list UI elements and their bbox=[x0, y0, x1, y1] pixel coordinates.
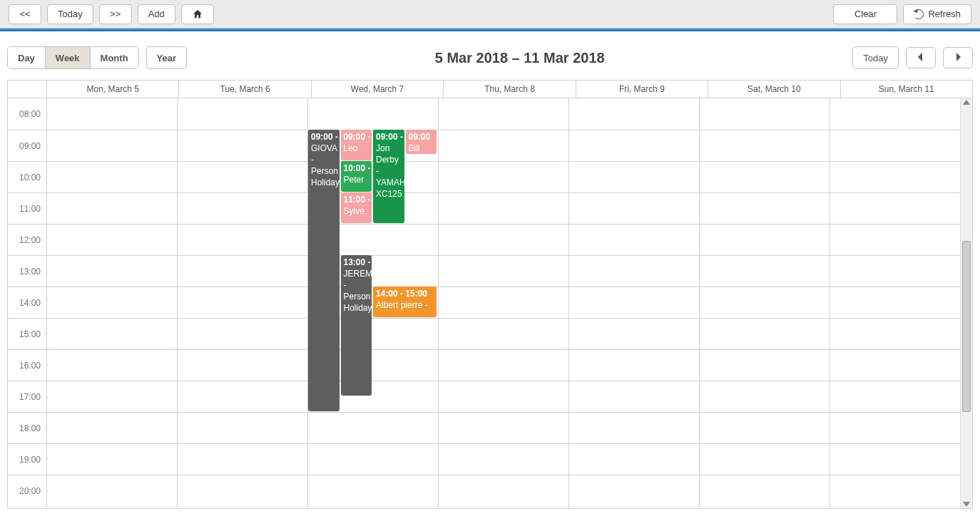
prev-period-button[interactable]: << bbox=[9, 4, 41, 24]
event-title: Peter bbox=[344, 174, 369, 185]
calendar-event[interactable]: 14:00 - 15:00Albert pierre - bbox=[373, 287, 437, 317]
home-icon bbox=[192, 9, 203, 20]
calendar-event[interactable]: 13:00 -JEREM - Person Holiday bbox=[341, 255, 372, 396]
hour-label: 10:00 bbox=[8, 161, 46, 192]
day-header[interactable]: Sat, March 10 bbox=[708, 81, 840, 98]
scroll-thumb[interactable] bbox=[962, 241, 971, 412]
day-column[interactable] bbox=[178, 98, 308, 508]
date-range-title: 5 Mar 2018 – 11 Mar 2018 bbox=[187, 50, 852, 66]
event-title: Bill bbox=[409, 143, 434, 154]
hour-label: 14:00 bbox=[8, 287, 46, 318]
calendar-grid: Mon, March 5Tue, March 6Wed, March 7Thu,… bbox=[7, 80, 973, 509]
calendar-event[interactable]: 09:00 -GIOVA - Person Holiday bbox=[308, 130, 340, 411]
event-title: JEREM - Person Holiday bbox=[344, 268, 369, 314]
clear-button[interactable]: Clear bbox=[833, 4, 897, 24]
hour-label: 17:00 bbox=[8, 381, 46, 412]
day-column[interactable]: 09:00 -GIOVA - Person Holiday09:00 -Leo1… bbox=[308, 98, 439, 508]
days-grid: 09:00 -GIOVA - Person Holiday09:00 -Leo1… bbox=[47, 98, 960, 508]
event-title: Albert pierre - bbox=[376, 299, 434, 311]
cal-today-group: Today bbox=[852, 46, 899, 69]
home-button[interactable] bbox=[181, 4, 214, 24]
day-column[interactable] bbox=[830, 98, 960, 508]
hour-label: 08:00 bbox=[8, 98, 46, 130]
view-month[interactable]: Month bbox=[91, 47, 138, 68]
day-header[interactable]: Fri, March 9 bbox=[576, 81, 708, 98]
time-gutter-head bbox=[8, 81, 47, 98]
event-title: Leo bbox=[344, 143, 369, 154]
calendar-header: Day Week Month Year 5 Mar 2018 – 11 Mar … bbox=[7, 41, 973, 74]
hour-label: 16:00 bbox=[8, 349, 46, 381]
event-time: 09:00 - bbox=[311, 131, 337, 143]
add-button[interactable]: Add bbox=[138, 4, 175, 24]
hour-label: 15:00 bbox=[8, 318, 46, 349]
cal-today-button[interactable]: Today bbox=[853, 47, 898, 68]
hour-label: 12:00 bbox=[8, 224, 46, 255]
view-year-group: Year bbox=[146, 46, 187, 69]
day-header[interactable]: Tue, March 6 bbox=[179, 81, 311, 98]
calendar-body: 08:0009:0010:0011:0012:0013:0014:0015:00… bbox=[8, 98, 972, 508]
calendar-event[interactable]: 10:00 -Peter bbox=[341, 161, 372, 192]
hour-label: 13:00 bbox=[8, 255, 46, 287]
hour-label: 11:00 bbox=[8, 192, 46, 224]
next-period-button[interactable]: >> bbox=[99, 4, 132, 24]
time-gutter: 08:0009:0010:0011:0012:0013:0014:0015:00… bbox=[8, 98, 47, 508]
chevron-right-icon bbox=[954, 53, 961, 63]
event-time: 09:00 - bbox=[344, 131, 369, 143]
day-column[interactable] bbox=[700, 98, 830, 508]
event-title: Jon Derby - YAMAH XC125 bbox=[376, 143, 402, 200]
chevron-left-icon bbox=[917, 53, 924, 63]
refresh-label: Refresh bbox=[928, 9, 961, 19]
calendar-event[interactable]: 09:00Bill bbox=[406, 130, 437, 154]
event-time: 09:00 - bbox=[376, 131, 402, 143]
event-title: GIOVA - Person Holiday bbox=[311, 143, 337, 188]
day-header-row: Mon, March 5Tue, March 6Wed, March 7Thu,… bbox=[8, 81, 972, 98]
cal-prev-button[interactable] bbox=[906, 47, 936, 68]
event-time: 14:00 - 15:00 bbox=[376, 288, 434, 299]
event-time: 11:00 - bbox=[344, 194, 369, 205]
today-button[interactable]: Today bbox=[47, 4, 93, 24]
calendar-event[interactable]: 09:00 -Leo bbox=[341, 130, 372, 160]
hour-label: 18:00 bbox=[8, 412, 46, 443]
view-year[interactable]: Year bbox=[147, 47, 186, 68]
day-header[interactable]: Sun, March 11 bbox=[841, 81, 972, 98]
event-title: Sylve bbox=[344, 205, 369, 217]
vertical-scrollbar[interactable] bbox=[960, 98, 972, 508]
day-column[interactable] bbox=[47, 98, 178, 508]
view-day[interactable]: Day bbox=[8, 47, 46, 68]
day-header[interactable]: Thu, March 8 bbox=[444, 81, 576, 98]
refresh-button[interactable]: Refresh bbox=[903, 4, 971, 24]
calendar-event[interactable]: 11:00 -Sylve bbox=[341, 192, 372, 223]
hour-label: 20:00 bbox=[8, 475, 46, 506]
main-toolbar: << Today >> Add Clear Refresh bbox=[0, 0, 980, 29]
day-column[interactable] bbox=[569, 98, 700, 508]
day-column[interactable] bbox=[439, 98, 569, 508]
day-header[interactable]: Mon, March 5 bbox=[47, 81, 179, 98]
view-switcher: Day Week Month bbox=[7, 46, 139, 69]
calendar-event[interactable]: 09:00 -Jon Derby - YAMAH XC125 bbox=[373, 130, 404, 223]
day-header[interactable]: Wed, March 7 bbox=[312, 81, 444, 98]
view-week[interactable]: Week bbox=[46, 47, 91, 68]
event-time: 13:00 - bbox=[344, 257, 369, 268]
hour-label: 09:00 bbox=[8, 130, 46, 161]
refresh-icon bbox=[914, 9, 924, 19]
event-time: 09:00 bbox=[409, 131, 434, 143]
hour-label: 19:00 bbox=[8, 443, 46, 475]
event-time: 10:00 - bbox=[344, 163, 369, 174]
cal-next-button[interactable] bbox=[943, 47, 973, 68]
